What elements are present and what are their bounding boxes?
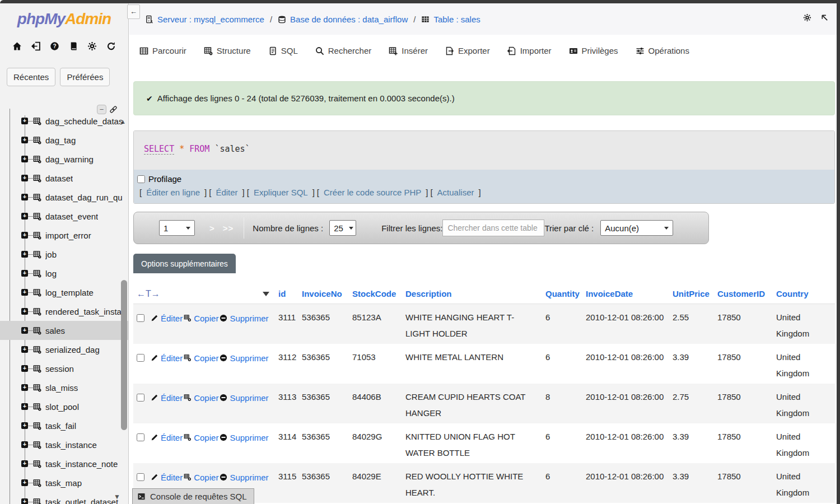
expand-plus-icon[interactable] xyxy=(21,346,28,353)
table-name[interactable]: dag_warning xyxy=(45,155,94,164)
refresh-link[interactable]: Actualiser xyxy=(437,188,474,197)
recent-tables-button[interactable]: Récentes xyxy=(7,68,55,86)
table-name[interactable]: log xyxy=(45,269,57,278)
sidebar-table-item[interactable]: sla_miss xyxy=(0,378,128,397)
tab-structure[interactable]: Structure xyxy=(203,43,252,59)
sort-options-icon[interactable] xyxy=(263,292,269,296)
sidebar-table-item[interactable]: task_outlet_dataset_ xyxy=(0,492,128,504)
table-name[interactable]: dataset xyxy=(45,174,73,183)
edit-row-link[interactable]: Éditer xyxy=(161,314,183,323)
last-page-arrow[interactable]: >> xyxy=(223,223,234,233)
sidebar-scrollbar-thumb[interactable] xyxy=(121,280,127,430)
expand-plus-icon[interactable] xyxy=(21,213,28,220)
sidebar-table-item[interactable]: log xyxy=(0,264,128,283)
sidebar-table-item[interactable]: slot_pool xyxy=(0,397,128,416)
edit-row-link[interactable]: Éditer xyxy=(161,353,183,363)
expand-plus-icon[interactable] xyxy=(21,422,28,429)
delete-row-link[interactable]: Supprimer xyxy=(230,433,268,442)
column-header-stockcode[interactable]: StockCode xyxy=(349,282,402,304)
column-header-country[interactable]: Country xyxy=(773,282,835,304)
edit-row-link[interactable]: Éditer xyxy=(161,433,183,442)
sidebar-table-item[interactable]: dag_warning xyxy=(0,150,128,169)
sidebar-table-item[interactable]: job xyxy=(0,245,128,264)
sidebar-table-item[interactable]: task_instance_note xyxy=(0,454,128,473)
expand-plus-icon[interactable] xyxy=(21,441,28,448)
sidebar-table-item[interactable]: task_fail xyxy=(0,416,128,435)
sidebar-table-item[interactable]: serialized_dag xyxy=(0,340,128,359)
expand-plus-icon[interactable] xyxy=(21,137,28,143)
sidebar-collapse-button[interactable]: ← xyxy=(127,4,140,19)
column-header-description[interactable]: Description xyxy=(402,282,542,304)
tab-rechercher[interactable]: Rechercher xyxy=(314,43,373,59)
table-name[interactable]: dataset_dag_run_qu xyxy=(45,193,123,202)
sql-keyword-select[interactable]: SELECT xyxy=(144,144,174,155)
table-name[interactable]: dag_schedule_datas xyxy=(45,116,123,126)
link-icon[interactable] xyxy=(109,105,118,114)
tree-scroll-down-icon[interactable] xyxy=(114,493,120,501)
sort-key-select[interactable]: Aucun(e) xyxy=(600,220,673,236)
php-code-link[interactable]: Créer le code source PHP xyxy=(324,188,421,197)
copy-row-link[interactable]: Copier xyxy=(194,473,218,482)
breadcrumb-table-label[interactable]: Table : sales xyxy=(433,15,480,24)
breadcrumb-database[interactable]: Base de données : data_airflow xyxy=(278,15,408,24)
expand-plus-icon[interactable] xyxy=(21,289,28,296)
preferences-gear-icon[interactable] xyxy=(803,13,811,22)
expand-plus-icon[interactable] xyxy=(21,175,28,181)
table-name[interactable]: session xyxy=(45,364,74,374)
copy-row-link[interactable]: Copier xyxy=(194,353,218,363)
documentation-icon[interactable] xyxy=(69,41,78,51)
table-name[interactable]: import_error xyxy=(45,231,91,240)
favorite-tables-button[interactable]: Préférées xyxy=(60,68,110,86)
sidebar-table-item[interactable]: import_error xyxy=(0,226,128,245)
delete-row-link[interactable]: Supprimer xyxy=(230,314,268,323)
column-header-unitprice[interactable]: UnitPrice xyxy=(669,282,714,304)
profiling-checkbox[interactable] xyxy=(137,175,145,183)
help-icon[interactable] xyxy=(50,41,59,51)
logout-icon[interactable] xyxy=(31,41,41,51)
sidebar-table-item[interactable]: dataset_dag_run_qu xyxy=(0,188,128,207)
breadcrumb-database-label[interactable]: Base de données : data_airflow xyxy=(290,15,408,24)
table-name[interactable]: job xyxy=(45,250,57,259)
next-page-arrow[interactable]: > xyxy=(209,223,215,233)
expand-plus-icon[interactable] xyxy=(21,460,28,467)
delete-row-link[interactable]: Supprimer xyxy=(230,473,268,482)
expand-plus-icon[interactable] xyxy=(21,270,28,277)
expand-plus-icon[interactable] xyxy=(21,308,28,315)
home-icon[interactable] xyxy=(12,41,22,51)
edit-row-link[interactable]: Éditer xyxy=(161,393,183,403)
row-checkbox[interactable] xyxy=(137,354,144,362)
tab-privileges[interactable]: Privilèges xyxy=(568,43,619,59)
table-name[interactable]: log_template xyxy=(45,288,94,297)
delete-row-link[interactable]: Supprimer xyxy=(230,393,268,403)
column-header-id[interactable]: id xyxy=(275,282,298,304)
expand-plus-icon[interactable] xyxy=(21,156,28,162)
transpose-control[interactable]: ←T→ xyxy=(137,289,160,299)
table-name[interactable]: task_map xyxy=(45,478,82,488)
breadcrumb-server-label[interactable]: Serveur : mysql_ecommerce xyxy=(157,15,264,24)
table-name[interactable]: task_instance xyxy=(45,440,97,450)
table-name[interactable]: task_instance_note xyxy=(45,459,118,469)
expand-plus-icon[interactable] xyxy=(21,365,28,372)
settings-gear-icon[interactable] xyxy=(87,41,97,51)
explain-sql-link[interactable]: Expliquer SQL xyxy=(254,188,308,197)
table-name[interactable]: sales xyxy=(45,326,65,335)
sidebar-table-item[interactable]: log_template xyxy=(0,283,128,302)
sidebar-table-item[interactable]: session xyxy=(0,359,128,378)
table-name[interactable]: task_outlet_dataset_ xyxy=(45,497,123,504)
column-header-customerid[interactable]: CustomerID xyxy=(714,282,773,304)
table-name[interactable]: dag_tag xyxy=(45,136,76,145)
edit-row-link[interactable]: Éditer xyxy=(161,473,183,482)
table-name[interactable]: dataset_event xyxy=(45,212,98,221)
table-name[interactable]: slot_pool xyxy=(45,402,79,412)
sidebar-table-item[interactable]: task_map xyxy=(0,473,128,492)
table-name[interactable]: rendered_task_insta xyxy=(45,307,122,316)
copy-row-link[interactable]: Copier xyxy=(194,393,218,403)
inline-edit-link[interactable]: Éditer en ligne xyxy=(146,188,200,197)
refresh-icon[interactable] xyxy=(106,41,116,51)
tab-operations[interactable]: Opérations xyxy=(634,43,690,59)
sidebar-table-item[interactable]: dataset xyxy=(0,169,128,188)
copy-row-link[interactable]: Copier xyxy=(194,314,218,323)
tab-sql[interactable]: SQL xyxy=(267,43,299,59)
tab-inserer[interactable]: Insérer xyxy=(388,43,429,59)
row-checkbox[interactable] xyxy=(137,473,144,481)
